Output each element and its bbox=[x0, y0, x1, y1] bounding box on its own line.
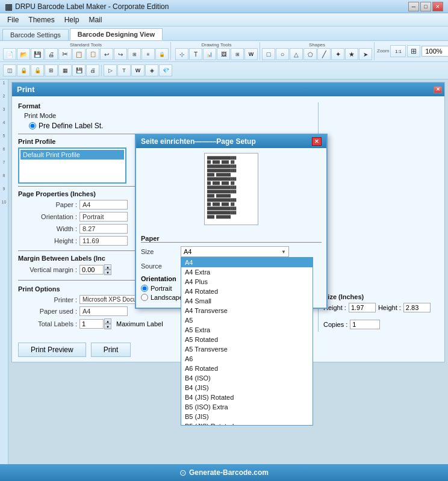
total-labels-input[interactable] bbox=[79, 319, 104, 329]
print-profile-box: Default Print Profile bbox=[18, 147, 126, 184]
cut-btn[interactable]: ✂ bbox=[58, 48, 72, 60]
select-btn[interactable]: ⊹ bbox=[175, 48, 188, 60]
arrow-btn[interactable]: ➤ bbox=[359, 48, 372, 60]
ps-size-dropdown[interactable]: A4 ▼ bbox=[181, 246, 289, 257]
print-close-btn[interactable]: ✕ bbox=[434, 86, 442, 93]
grid-btn[interactable]: ⊞ bbox=[128, 48, 141, 60]
menu-file[interactable]: File bbox=[2, 14, 23, 25]
image-btn[interactable]: 🖼 bbox=[217, 48, 230, 60]
shapes-label: Shapes bbox=[262, 42, 372, 48]
dropdown-item-a5-extra[interactable]: A5 Extra bbox=[181, 325, 313, 335]
dropdown-item-b5-iso-extra[interactable]: B5 (ISO) Extra bbox=[181, 402, 313, 412]
t2-btn9[interactable]: T bbox=[117, 64, 131, 76]
barcode-btn[interactable]: 📊 bbox=[203, 48, 216, 60]
menu-themes[interactable]: Themes bbox=[23, 14, 59, 25]
triangle-btn[interactable]: △ bbox=[290, 48, 303, 60]
tab-barcode-settings[interactable]: Barcode Settings bbox=[2, 29, 69, 40]
copies-input[interactable] bbox=[350, 320, 380, 329]
open-btn[interactable]: 📂 bbox=[17, 48, 30, 60]
align-btn[interactable]: ≡ bbox=[142, 48, 155, 60]
t2-btn2[interactable]: 🔒 bbox=[17, 64, 30, 76]
zoom-select[interactable]: 100% 50% 75% 150% 200% bbox=[422, 46, 448, 57]
w-btn[interactable]: W bbox=[244, 48, 258, 60]
size-section: Size (Inches) Height : Height : bbox=[323, 293, 438, 315]
tab-barcode-designing-view[interactable]: Barcode Designing View bbox=[70, 28, 163, 40]
pre-define-label: Pre Define Label St. bbox=[39, 122, 103, 130]
maximize-button[interactable]: □ bbox=[420, 2, 431, 11]
table-btn[interactable]: ⊞ bbox=[231, 48, 244, 60]
dropdown-item-a6-rotated[interactable]: A6 Rotated bbox=[181, 364, 313, 373]
text-btn[interactable]: T bbox=[189, 48, 202, 60]
lock-btn[interactable]: 🔒 bbox=[155, 48, 169, 60]
new-btn[interactable]: 📄 bbox=[3, 48, 16, 60]
t2-btn12[interactable]: 💎 bbox=[159, 64, 172, 76]
size-width-input[interactable] bbox=[349, 303, 376, 312]
paste-btn[interactable]: 📋 bbox=[86, 48, 99, 60]
default-profile-item[interactable]: Default Print Profile bbox=[20, 150, 124, 160]
redo-btn[interactable]: ↪ bbox=[114, 48, 127, 60]
circle-btn[interactable]: ○ bbox=[276, 48, 289, 60]
t2-btn4[interactable]: ⊞ bbox=[45, 64, 58, 76]
dropdown-item-b4-jis[interactable]: B4 (JIS) bbox=[181, 383, 313, 393]
menu-mail[interactable]: Mail bbox=[84, 14, 107, 25]
dropdown-item-b5-jis[interactable]: B5 (JIS) bbox=[181, 412, 313, 421]
minimize-button[interactable]: ─ bbox=[408, 2, 419, 11]
t2-btn7[interactable]: 🖨 bbox=[86, 64, 99, 76]
ps-size-value: A4 bbox=[184, 248, 191, 255]
dropdown-item-a4-transverse[interactable]: A4 Transverse bbox=[181, 306, 313, 315]
print-btn-toolbar[interactable]: 🖨 bbox=[45, 48, 58, 60]
total-labels-spinner-btns: ▲ ▼ bbox=[104, 318, 111, 329]
dropdown-item-a4-small[interactable]: A4 Small bbox=[181, 296, 313, 306]
footer: ⊙ Generate-Barcode.com bbox=[0, 464, 448, 481]
window-title: DRPU Barcode Label Maker - Corporate Edi… bbox=[15, 2, 169, 11]
t2-btn8[interactable]: ▷ bbox=[104, 64, 117, 76]
t2-btn10[interactable]: W bbox=[131, 64, 145, 76]
print-preview-button[interactable]: Print Preview bbox=[18, 343, 86, 357]
t2-btn1[interactable]: ◫ bbox=[3, 64, 16, 76]
size-height-input[interactable] bbox=[403, 303, 431, 312]
star-btn[interactable]: ★ bbox=[345, 48, 358, 60]
zoom-fit-btn[interactable]: ⊞ bbox=[407, 45, 420, 57]
dropdown-item-a5-rotated[interactable]: A5 Rotated bbox=[181, 335, 313, 344]
dropdown-item-a4[interactable]: A4 bbox=[181, 258, 313, 267]
close-button[interactable]: ✕ bbox=[432, 2, 443, 11]
copy-btn[interactable]: 📋 bbox=[72, 48, 86, 60]
pre-define-radio[interactable] bbox=[29, 122, 36, 129]
line-btn[interactable]: ╱ bbox=[317, 48, 331, 60]
menu-help[interactable]: Help bbox=[60, 14, 84, 25]
dropdown-item-a4-plus[interactable]: A4 Plus bbox=[181, 277, 313, 287]
ps-landscape-radio[interactable] bbox=[141, 294, 148, 301]
undo-btn[interactable]: ↩ bbox=[100, 48, 113, 60]
t2-btn3[interactable]: 🔓 bbox=[31, 64, 44, 76]
vertical-margin-up[interactable]: ▲ bbox=[104, 264, 111, 270]
t2-btn11[interactable]: ◈ bbox=[145, 64, 158, 76]
zoom-1to1-btn[interactable]: 1:1 bbox=[390, 45, 406, 57]
pentagon-btn[interactable]: ⬠ bbox=[303, 48, 317, 60]
ruler-mark-6: 6 bbox=[3, 147, 5, 160]
dropdown-item-a6[interactable]: A6 bbox=[181, 354, 313, 364]
dropdown-item-b4-jis-rotated[interactable]: B4 (JIS) Rotated bbox=[181, 393, 313, 402]
total-labels-up[interactable]: ▲ bbox=[104, 318, 111, 324]
dropdown-item-a5[interactable]: A5 bbox=[181, 315, 313, 325]
dropdown-item-a5-transverse[interactable]: A5 Transverse bbox=[181, 344, 313, 354]
vertical-margin-input[interactable] bbox=[79, 265, 104, 275]
cross-btn[interactable]: ✦ bbox=[331, 48, 344, 60]
ruler-mark-4: 4 bbox=[3, 120, 5, 134]
print-button[interactable]: Print bbox=[91, 343, 131, 357]
drawing-tools-group: Drawing Tools ⊹ T 📊 🖼 ⊞ W bbox=[173, 42, 260, 60]
ps-portrait-radio[interactable] bbox=[141, 285, 148, 292]
total-labels-down[interactable]: ▼ bbox=[104, 324, 111, 329]
dropdown-item-a4-rotated[interactable]: A4 Rotated bbox=[181, 287, 313, 296]
ruler-left: 1 2 3 4 5 6 7 8 9 10 bbox=[0, 79, 8, 474]
save-btn[interactable]: 💾 bbox=[31, 48, 44, 60]
dropdown-item-b4-iso[interactable]: B4 (ISO) bbox=[181, 373, 313, 383]
vertical-margin-down[interactable]: ▼ bbox=[104, 270, 111, 275]
page-setup-close-btn[interactable]: ✕ bbox=[312, 137, 322, 146]
rect-btn[interactable]: □ bbox=[262, 48, 275, 60]
ps-size-dropdown-list[interactable]: A4 A4 Extra A4 Plus A4 Rotated A4 Small … bbox=[181, 257, 313, 426]
tab-bar: Barcode Settings Barcode Designing View bbox=[0, 26, 448, 41]
t2-btn6[interactable]: 💾 bbox=[72, 64, 86, 76]
dropdown-item-a4-extra[interactable]: A4 Extra bbox=[181, 267, 313, 277]
dropdown-item-b5-jis-rotated[interactable]: B5 (JIS) Rotated bbox=[181, 421, 313, 426]
t2-btn5[interactable]: ▦ bbox=[58, 64, 72, 76]
